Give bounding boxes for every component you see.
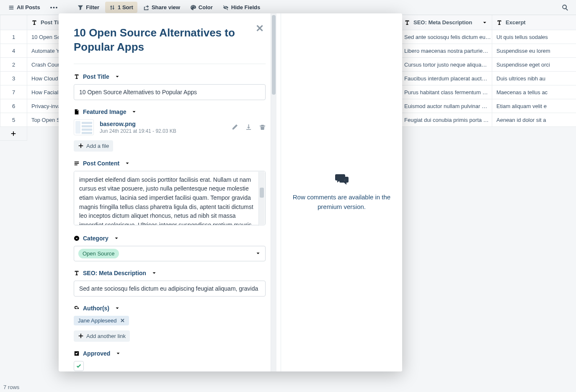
single-select-icon bbox=[74, 235, 80, 241]
chevron-down-icon bbox=[255, 250, 261, 256]
checkbox-icon bbox=[74, 351, 80, 356]
file-actions bbox=[232, 124, 266, 130]
modal-scrollbar[interactable] bbox=[271, 13, 276, 371]
cell-excerpt[interactable]: Maecenas a tellus ac bbox=[492, 85, 576, 99]
file-thumbnail[interactable] bbox=[74, 119, 94, 135]
column-header-excerpt[interactable]: Excerpt bbox=[492, 15, 576, 30]
author-chip: Jane Appleseed ✕ bbox=[74, 316, 129, 325]
link-icon bbox=[74, 305, 80, 311]
chevron-down-icon bbox=[114, 235, 119, 241]
post-content-textarea[interactable] bbox=[74, 171, 266, 225]
text-icon bbox=[496, 20, 502, 26]
cell-excerpt[interactable]: Duis ultrices nibh au bbox=[492, 72, 576, 85]
add-file-button[interactable]: Add a file bbox=[74, 140, 113, 152]
cell-excerpt[interactable]: Ut quis tellus sodales bbox=[492, 30, 576, 44]
plus-icon bbox=[78, 333, 84, 339]
comments-placeholder-text: Row comments are available in the premiu… bbox=[289, 193, 394, 211]
sort-icon bbox=[109, 5, 115, 10]
color-button[interactable]: Color bbox=[186, 2, 217, 13]
hamburger-icon bbox=[8, 5, 14, 10]
row-number: 3 bbox=[0, 72, 27, 85]
edit-icon[interactable] bbox=[232, 124, 238, 130]
file-meta: Jun 24th 2021 at 19:41 - 92.03 KB bbox=[100, 128, 176, 134]
filter-button[interactable]: Filter bbox=[73, 2, 103, 13]
file-name: baserow.png bbox=[100, 121, 176, 127]
cell-excerpt[interactable]: Suspendisse eu lorem bbox=[492, 44, 576, 57]
modal-scrollbar-thumb[interactable] bbox=[272, 15, 276, 95]
category-select[interactable]: Open Source bbox=[74, 246, 266, 261]
plus-icon bbox=[10, 131, 16, 137]
cell-seo-meta[interactable]: Cursus tortor justo neque aliqua… bbox=[400, 58, 492, 71]
search-icon bbox=[562, 4, 568, 11]
view-switcher[interactable]: All Posts bbox=[4, 2, 44, 13]
view-options-button[interactable]: ••• bbox=[46, 2, 63, 13]
post-title-input[interactable] bbox=[74, 84, 266, 100]
search-button[interactable] bbox=[558, 2, 572, 13]
cell-seo-meta[interactable]: Sed ante sociosqu felis dictum eu… bbox=[400, 30, 492, 44]
view-label: All Posts bbox=[17, 4, 40, 10]
file-icon bbox=[74, 109, 80, 115]
row-number: 2 bbox=[0, 58, 27, 71]
chevron-down-icon bbox=[482, 20, 488, 26]
cell-excerpt[interactable]: Aenean id dolor sit a bbox=[492, 113, 576, 126]
field-label-featured-image[interactable]: Featured Image bbox=[74, 108, 266, 115]
palette-icon bbox=[190, 5, 196, 10]
grid-footer: 7 rows bbox=[3, 384, 19, 390]
text-icon bbox=[74, 270, 80, 276]
divider bbox=[74, 64, 266, 64]
dots-icon: ••• bbox=[50, 4, 59, 10]
cell-seo-meta[interactable]: Faucibus interdum placerat auct… bbox=[400, 72, 492, 85]
add-link-button[interactable]: Add another link bbox=[74, 330, 130, 342]
trash-icon[interactable] bbox=[259, 124, 266, 130]
file-info: baserow.png Jun 24th 2021 at 19:41 - 92.… bbox=[100, 121, 176, 134]
row-number: 4 bbox=[0, 44, 27, 57]
row-number-header bbox=[0, 15, 27, 30]
long-text-icon bbox=[74, 160, 80, 166]
plus-icon bbox=[78, 143, 84, 149]
cell-seo-meta[interactable]: Purus habitant class fermentum … bbox=[400, 85, 492, 99]
file-attachment: baserow.png Jun 24th 2021 at 19:41 - 92.… bbox=[74, 119, 266, 135]
text-icon bbox=[74, 74, 80, 80]
field-label-approved[interactable]: Approved bbox=[74, 350, 266, 357]
record-heading: 10 Open Source Alternatives to Popular A… bbox=[74, 26, 266, 54]
cell-seo-meta[interactable]: Libero maecenas nostra parturie… bbox=[400, 44, 492, 57]
textarea-scrollbar-thumb[interactable] bbox=[260, 188, 264, 198]
share-view-button[interactable]: Share view bbox=[139, 2, 184, 13]
download-icon[interactable] bbox=[245, 124, 252, 130]
text-icon bbox=[31, 20, 37, 26]
seo-meta-input[interactable] bbox=[74, 281, 266, 297]
cell-seo-meta[interactable]: Euismod auctor nullam pulvinar … bbox=[400, 99, 492, 113]
filter-icon bbox=[77, 5, 83, 10]
chevron-down-icon bbox=[114, 305, 120, 311]
row-number: 5 bbox=[0, 113, 27, 126]
close-modal-button[interactable]: ✕ bbox=[256, 23, 264, 34]
chevron-down-icon bbox=[114, 74, 120, 80]
text-icon bbox=[404, 20, 410, 26]
cell-excerpt[interactable]: Etiam aliquam velit e bbox=[492, 99, 576, 113]
chevron-down-icon bbox=[151, 270, 157, 276]
approved-checkbox[interactable] bbox=[74, 361, 84, 371]
chevron-down-icon bbox=[115, 351, 121, 356]
field-label-category[interactable]: Category bbox=[74, 235, 266, 242]
column-header-seo-meta[interactable]: SEO: Meta Description bbox=[400, 15, 492, 30]
remove-author-button[interactable]: ✕ bbox=[120, 317, 125, 324]
add-row-button[interactable] bbox=[0, 127, 27, 141]
field-label-authors[interactable]: Author(s) bbox=[74, 305, 266, 312]
hide-fields-button[interactable]: Hide Fields bbox=[219, 2, 264, 13]
category-chip: Open Source bbox=[78, 249, 119, 258]
chevron-down-icon bbox=[124, 160, 130, 166]
comments-panel: Row comments are available in the premiu… bbox=[281, 13, 402, 371]
comments-icon bbox=[335, 173, 349, 185]
row-number: 6 bbox=[0, 99, 27, 113]
record-panel: 10 Open Source Alternatives to Popular A… bbox=[59, 13, 281, 371]
cell-seo-meta[interactable]: Feugiat dui conubia primis porta … bbox=[400, 113, 492, 126]
check-icon bbox=[76, 363, 82, 369]
row-number: 7 bbox=[0, 85, 27, 99]
sort-button[interactable]: 1 Sort bbox=[105, 2, 137, 13]
field-label-post-title[interactable]: Post Title bbox=[74, 73, 266, 80]
field-label-post-content[interactable]: Post Content bbox=[74, 160, 266, 167]
view-toolbar: All Posts ••• Filter 1 Sort Share view C… bbox=[0, 0, 576, 15]
cell-excerpt[interactable]: Suspendisse eget orci bbox=[492, 58, 576, 71]
chevron-down-icon bbox=[131, 109, 137, 115]
field-label-seo-meta[interactable]: SEO: Meta Description bbox=[74, 270, 266, 276]
